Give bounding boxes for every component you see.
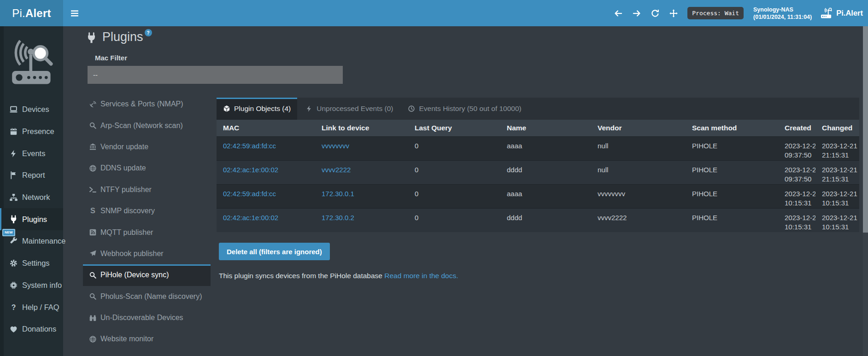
sidebar-item-devices[interactable]: Devices	[0, 99, 63, 121]
top-navbar: Pi.Alert Process: Wait Synology-NAS (01/…	[0, 0, 868, 26]
tab-bar: Plugin Objects (4)Unprocessed Events (0)…	[217, 98, 859, 120]
column-header-created[interactable]: Created	[778, 124, 815, 132]
cell-name: dddd	[500, 209, 591, 232]
table-row: 02:42:ac:1e:00:02vvvv22220ddddnullPIHOLE…	[217, 160, 859, 184]
plugin-nav-label: NTFY publisher	[100, 186, 152, 194]
sidebar-item-presence[interactable]: Presence	[0, 121, 63, 143]
tab-label: Plugin Objects (4)	[234, 105, 291, 113]
plugin-nav-item-services-ports-nmap[interactable]: Services & Ports (NMAP)	[83, 93, 211, 115]
move-icon[interactable]	[669, 9, 678, 18]
new-badge: NEW	[2, 229, 15, 236]
bolt-icon	[9, 149, 18, 158]
cell-link-to-device: vvvv2222	[315, 161, 408, 184]
mac-link[interactable]: 02:42:ac:1e:00:02	[223, 214, 278, 222]
cell-created: 2023-12-2109:37:50	[778, 137, 815, 160]
plug-icon	[9, 215, 18, 224]
sidebar-item-settings[interactable]: Settings	[0, 252, 63, 274]
plugin-nav-label: SNMP discovery	[100, 207, 155, 215]
plug-icon	[86, 32, 97, 44]
svg-text:S: S	[90, 207, 95, 215]
host-name: Synology-NAS	[753, 6, 812, 13]
mac-filter-input[interactable]	[88, 66, 343, 84]
refresh-icon[interactable]	[651, 9, 660, 18]
paper-plane-icon	[89, 250, 97, 257]
sidebar-item-label: System info	[22, 281, 62, 290]
flag-icon	[9, 171, 18, 180]
cell-name: dddd	[500, 161, 591, 184]
cell-scan-method: PIHOLE	[686, 209, 778, 232]
column-header-vendor[interactable]: Vendor	[591, 124, 686, 132]
plugin-nav-item-pihole-device-sync[interactable]: PiHole (Device sync)	[83, 264, 211, 286]
column-header-link-to-device[interactable]: Link to device	[315, 124, 408, 132]
plugin-nav-item-webhook-publisher[interactable]: Webhook publisher	[83, 243, 211, 264]
back-arrow-icon[interactable]	[614, 9, 623, 18]
sidebar-item-plugins[interactable]: Plugins	[0, 208, 63, 230]
cell-last-query: 0	[408, 161, 500, 184]
sidebar-item-maintenance[interactable]: MaintenanceNEW	[0, 230, 63, 252]
laptop-icon	[9, 105, 18, 114]
device-link[interactable]: 172.30.0.1	[322, 190, 354, 198]
menu-toggle-icon[interactable]	[70, 8, 80, 18]
cell-created: 2023-12-2110:15:31	[778, 185, 815, 208]
plugin-nav-item-ddns-update[interactable]: DDNS update	[83, 158, 211, 179]
forward-arrow-icon[interactable]	[632, 9, 641, 18]
device-link[interactable]: vvvvvvvv	[322, 142, 349, 150]
column-header-last-query[interactable]: Last Query	[408, 124, 500, 132]
plugin-nav-item-snmp-discovery[interactable]: SSNMP discovery	[83, 200, 211, 222]
plugin-nav-item-vendor-update[interactable]: Vendor update	[83, 136, 211, 158]
help-badge[interactable]: ?	[145, 29, 152, 36]
globe-icon	[89, 164, 97, 172]
sidebar-item-label: Help / FAQ	[22, 303, 59, 312]
tab-unprocessed-events-0[interactable]: Unprocessed Events (0)	[299, 98, 399, 120]
tab-plugin-objects-4[interactable]: Plugin Objects (4)	[217, 98, 297, 120]
table-row: 02:42:59:ad:fd:ccvvvvvvvv0aaaanullPIHOLE…	[217, 136, 859, 160]
sidebar-item-label: Events	[22, 149, 45, 158]
sidebar-item-help-faq[interactable]: ?Help / FAQ	[0, 296, 63, 318]
plugin-nav-item-mqtt-publisher[interactable]: MQTT publisher	[83, 222, 211, 243]
cell-vendor: null	[591, 161, 686, 184]
cell-vendor: vvvvvvvv	[591, 185, 686, 208]
plugin-nav-item-arp-scan-network-scan[interactable]: Arp-Scan (Network scan)	[83, 115, 211, 136]
mac-link[interactable]: 02:42:59:ad:fd:cc	[223, 190, 276, 198]
device-link[interactable]: 172.30.0.2	[322, 214, 354, 222]
sidebar-item-events[interactable]: Events	[0, 142, 63, 164]
plugin-nav-item-pholus-scan-name-discovery[interactable]: Pholus-Scan (Name discovery)	[83, 286, 211, 307]
column-header-mac[interactable]: MAC	[217, 124, 315, 132]
sidebar-item-network[interactable]: Network	[0, 187, 63, 209]
wrench-icon	[9, 237, 18, 245]
host-datetime: (01/01/2024, 11:31:04)	[753, 13, 812, 21]
mac-link[interactable]: 02:42:ac:1e:00:02	[223, 166, 278, 174]
cell-changed: 2023-12-2121:15:31	[815, 161, 859, 184]
bolt-icon	[305, 105, 313, 112]
navbar: Process: Wait Synology-NAS (01/01/2024, …	[63, 0, 868, 26]
sidebar-item-label: Report	[22, 171, 45, 180]
tab-events-history-50-out-of-10000[interactable]: Events History (50 out of 10000)	[401, 98, 528, 120]
cell-changed: 2023-12-2110:15:31	[815, 185, 859, 208]
sidebar-item-label: Plugins	[22, 215, 47, 224]
plugin-nav-item-website-monitor[interactable]: Website monitor	[83, 328, 211, 350]
sidebar-menu: DevicesPresenceEventsReportNetworkPlugin…	[0, 99, 63, 340]
column-header-name[interactable]: Name	[500, 124, 591, 132]
plugin-nav-item-ntfy-publisher[interactable]: NTFY publisher	[83, 179, 211, 200]
content-area: Plugins ? Mac Filter Services & Ports (N…	[63, 26, 868, 356]
sidebar-item-donations[interactable]: Donations	[0, 318, 63, 340]
column-header-changed[interactable]: Changed	[815, 124, 859, 132]
plugin-nav-label: Services & Ports (NMAP)	[100, 100, 183, 108]
plugin-nav-item-un-discoverable-devices[interactable]: Un-Discoverable Devices	[83, 307, 211, 328]
cell-vendor: null	[591, 137, 686, 160]
sidebar-item-report[interactable]: Report	[0, 164, 63, 187]
cell-mac: 02:42:ac:1e:00:02	[217, 209, 315, 232]
page-title: Plugins	[102, 29, 143, 45]
mac-link[interactable]: 02:42:59:ad:fd:cc	[223, 142, 276, 150]
column-header-scan-method[interactable]: Scan method	[686, 124, 778, 132]
plugin-description: This plugin syncs devices from the PiHol…	[219, 272, 458, 280]
cube-icon	[223, 105, 230, 112]
delete-all-button[interactable]: Delete all (filters are ignored)	[219, 243, 330, 260]
sidebar-item-system-info[interactable]: System info	[0, 274, 63, 297]
terminal-icon	[89, 186, 97, 193]
docs-link[interactable]: Read more in the docs.	[384, 272, 458, 280]
scrollbar-thumb[interactable]	[863, 26, 868, 233]
router-icon	[820, 7, 832, 19]
device-link[interactable]: vvvv2222	[322, 166, 351, 174]
plugin-nav-label: Website monitor	[100, 335, 153, 343]
